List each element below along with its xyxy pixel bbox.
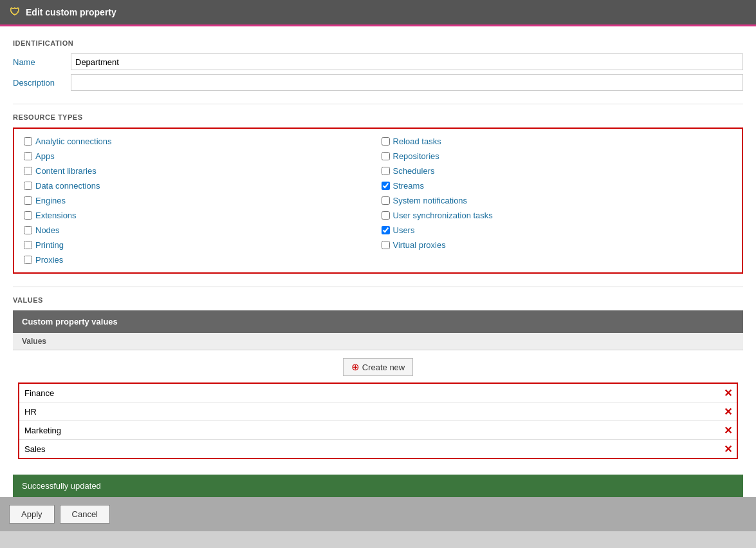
value-row-value-3: ✕	[19, 421, 737, 440]
resource-type-item-content-libraries: Content libraries	[24, 165, 375, 177]
resource-type-item-streams: Streams	[382, 180, 733, 192]
resource-type-item-printing: Printing	[24, 239, 375, 251]
identification-section-title: IDENTIFICATION	[13, 39, 743, 47]
values-table-body: ⊕ Create new ✕✕✕✕	[13, 350, 743, 464]
values-header-label: Custom property values	[22, 317, 118, 326]
label-nodes: Nodes	[35, 225, 60, 235]
resource-type-item-user-synchronization-tasks: User synchronization tasks	[382, 209, 733, 222]
label-system-notifications: System notifications	[393, 196, 468, 205]
checkbox-proxies[interactable]	[24, 256, 32, 264]
label-data-connections: Data connections	[35, 181, 100, 191]
identification-section: IDENTIFICATION Name Description	[13, 39, 743, 91]
label-apps: Apps	[35, 151, 55, 161]
checkbox-repositories[interactable]	[382, 152, 390, 160]
value-row-value-2: ✕	[19, 402, 737, 421]
checkbox-user-synchronization-tasks[interactable]	[382, 211, 390, 220]
checkbox-schedulers[interactable]	[382, 167, 390, 175]
cancel-button[interactable]: Cancel	[60, 505, 110, 524]
resource-type-item-users: Users	[382, 224, 733, 236]
resource-type-item-proxies: Proxies	[24, 254, 375, 266]
divider-1	[13, 104, 743, 104]
name-label: Name	[13, 57, 71, 67]
value-input-value-2[interactable]	[19, 404, 719, 420]
shield-icon: 🛡	[9, 6, 21, 18]
label-repositories: Repositories	[393, 151, 439, 161]
values-header-bar: Custom property values	[13, 310, 743, 333]
label-streams: Streams	[393, 181, 424, 191]
resource-type-item-nodes: Nodes	[24, 224, 375, 236]
checkbox-printing[interactable]	[24, 241, 32, 249]
resource-type-item-repositories: Repositories	[382, 150, 733, 162]
label-extensions: Extensions	[35, 211, 77, 220]
create-new-label: Create new	[362, 363, 405, 372]
values-section-title: VALUES	[13, 296, 743, 304]
checkbox-reload-tasks[interactable]	[382, 137, 390, 146]
name-field-row: Name	[13, 53, 743, 70]
checkbox-content-libraries[interactable]	[24, 167, 32, 175]
resource-type-item-engines: Engines	[24, 194, 375, 207]
label-analytic-connections: Analytic connections	[35, 137, 112, 146]
checkbox-virtual-proxies[interactable]	[382, 241, 390, 249]
label-users: Users	[393, 225, 415, 235]
delete-button-value-4[interactable]: ✕	[719, 440, 737, 458]
label-user-synchronization-tasks: User synchronization tasks	[393, 211, 493, 220]
checkbox-engines[interactable]	[24, 196, 32, 205]
resource-types-section-title: RESOURCE TYPES	[13, 113, 743, 121]
value-input-value-4[interactable]	[19, 441, 719, 457]
name-input[interactable]	[71, 53, 743, 70]
apply-button[interactable]: Apply	[9, 505, 55, 524]
resource-type-item-reload-tasks: Reload tasks	[382, 135, 733, 147]
resource-type-item-data-connections: Data connections	[24, 180, 375, 192]
delete-button-value-2[interactable]: ✕	[719, 402, 737, 420]
delete-button-value-3[interactable]: ✕	[719, 421, 737, 439]
resource-type-item-analytic-connections: Analytic connections	[24, 135, 375, 147]
checkbox-system-notifications[interactable]	[382, 196, 390, 205]
label-schedulers: Schedulers	[393, 166, 435, 176]
resource-type-item-extensions: Extensions	[24, 209, 375, 222]
resource-type-item-apps: Apps	[24, 150, 375, 162]
value-input-value-1[interactable]	[19, 385, 719, 401]
values-list: ✕✕✕✕	[18, 383, 738, 459]
checkbox-analytic-connections[interactable]	[24, 137, 32, 146]
description-label: Description	[13, 78, 71, 88]
resource-types-section: RESOURCE TYPES Analytic connectionsReloa…	[13, 113, 743, 274]
checkbox-data-connections[interactable]	[24, 182, 32, 190]
checkbox-apps[interactable]	[24, 152, 32, 160]
checkbox-users[interactable]	[382, 226, 390, 234]
label-content-libraries: Content libraries	[35, 166, 97, 176]
plus-icon: ⊕	[351, 361, 360, 373]
resource-type-item-schedulers: Schedulers	[382, 165, 733, 177]
resource-type-item-system-notifications: System notifications	[382, 194, 733, 207]
values-section: VALUES Custom property values Values ⊕ C…	[13, 296, 743, 464]
values-column-header: Values	[13, 333, 743, 350]
main-content: IDENTIFICATION Name Description RESOURCE…	[0, 26, 756, 497]
label-virtual-proxies: Virtual proxies	[393, 240, 446, 250]
title-bar: 🛡 Edit custom property	[0, 0, 756, 24]
delete-button-value-1[interactable]: ✕	[719, 384, 737, 402]
description-input[interactable]	[71, 74, 743, 91]
resource-types-box: Analytic connectionsReload tasksAppsRepo…	[13, 128, 743, 274]
footer-bar: Apply Cancel	[0, 497, 756, 531]
label-printing: Printing	[35, 240, 64, 250]
checkbox-streams[interactable]	[382, 182, 390, 190]
value-row-value-4: ✕	[19, 440, 737, 458]
page-title: Edit custom property	[26, 7, 116, 17]
success-message: Successfully updated	[13, 475, 743, 497]
checkbox-nodes[interactable]	[24, 226, 32, 234]
label-proxies: Proxies	[35, 255, 63, 265]
create-new-button[interactable]: ⊕ Create new	[343, 358, 413, 376]
value-input-value-3[interactable]	[19, 422, 719, 439]
resource-type-item-virtual-proxies: Virtual proxies	[382, 239, 733, 251]
label-reload-tasks: Reload tasks	[393, 137, 441, 146]
create-new-container: ⊕ Create new	[13, 358, 743, 376]
value-row-value-1: ✕	[19, 384, 737, 402]
label-engines: Engines	[35, 196, 66, 205]
divider-2	[13, 287, 743, 287]
checkbox-extensions[interactable]	[24, 211, 32, 220]
description-field-row: Description	[13, 74, 743, 91]
